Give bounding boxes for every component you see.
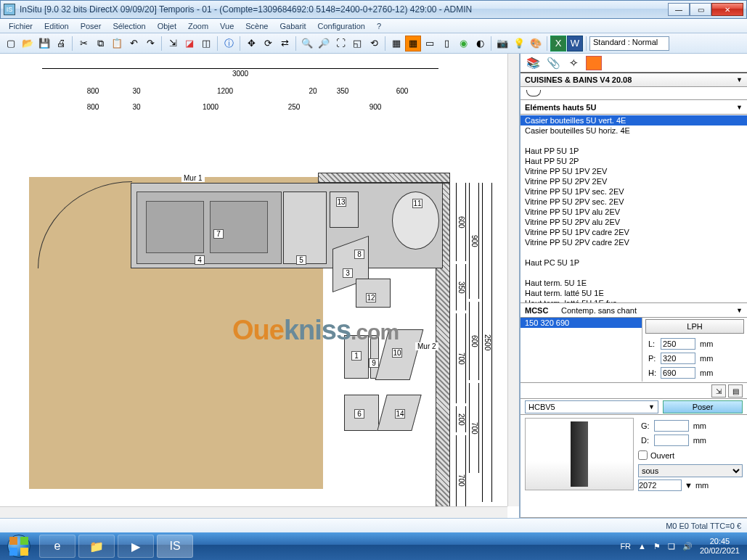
undo-icon[interactable]: ↶ bbox=[126, 36, 142, 52]
style-row[interactable]: MCSC Contemp. sans chant▼ bbox=[521, 303, 747, 318]
open-checkbox[interactable] bbox=[638, 450, 648, 460]
menu-scene[interactable]: Scène bbox=[240, 20, 274, 32]
open-icon[interactable]: 📂 bbox=[20, 36, 36, 52]
tray-network-icon[interactable]: ❏ bbox=[668, 542, 675, 551]
menu-selection[interactable]: Sélection bbox=[107, 20, 151, 32]
tray-sound-icon[interactable]: 🔊 bbox=[682, 542, 693, 551]
zoom-in-icon[interactable]: 🔍 bbox=[299, 36, 315, 52]
list-item[interactable]: Casier bouteilles 5U vert. 4E bbox=[521, 115, 747, 125]
start-button[interactable] bbox=[0, 532, 38, 560]
tab-current-icon[interactable] bbox=[586, 56, 602, 70]
list-item[interactable]: Vitrine PP 5U 1PV cadre 2EV bbox=[521, 227, 747, 237]
list-item[interactable]: Casier bouteilles 5U horiz. 4E bbox=[521, 125, 747, 136]
open-checkbox-row[interactable]: Ouvert bbox=[638, 450, 743, 460]
export-word-icon[interactable]: W bbox=[567, 36, 583, 52]
new-icon[interactable]: ▢ bbox=[3, 36, 19, 52]
task-insitu-icon[interactable]: IS bbox=[157, 535, 193, 558]
print-icon[interactable]: 🖨 bbox=[53, 36, 69, 52]
tab-clip-icon[interactable]: 📎 bbox=[545, 56, 561, 70]
tab-catalog-icon[interactable]: 📚 bbox=[525, 56, 541, 70]
placement-select[interactable]: sous bbox=[638, 464, 743, 477]
zoom-fit-icon[interactable]: ⛶ bbox=[332, 36, 348, 52]
mini-icon-b[interactable]: ▤ bbox=[728, 384, 743, 398]
poser-button[interactable]: Poser bbox=[663, 400, 743, 413]
catalog-header[interactable]: CUISINES & BAINS V4 20.08▼ bbox=[521, 73, 747, 87]
menu-gabarit[interactable]: Gabarit bbox=[274, 20, 311, 32]
list-item[interactable]: Haut term. 5U 1E bbox=[521, 278, 747, 288]
menu-zoom[interactable]: Zoom bbox=[182, 20, 214, 32]
tool-b-icon[interactable]: ◪ bbox=[181, 36, 197, 52]
tray-lang[interactable]: FR bbox=[620, 542, 631, 551]
menu-fichier[interactable]: Fichier bbox=[3, 20, 38, 32]
list-item[interactable]: Vitrine PP 5U 2PV sec. 2EV bbox=[521, 197, 747, 207]
view-front-icon[interactable]: ▭ bbox=[422, 36, 438, 52]
style-combo[interactable]: Standard : Normal bbox=[589, 36, 669, 51]
g-input[interactable] bbox=[654, 420, 689, 432]
offset-input[interactable] bbox=[638, 479, 682, 491]
canvas-scroll-horizontal[interactable] bbox=[0, 506, 507, 518]
rotate-icon[interactable]: ⟳ bbox=[260, 36, 276, 52]
view-2d-icon[interactable]: ▦ bbox=[388, 36, 404, 52]
zoom-prev-icon[interactable]: ⟲ bbox=[366, 36, 382, 52]
group-combo[interactable]: Eléments hauts 5U▼ bbox=[521, 100, 747, 115]
list-item[interactable]: Haut term. latté 5U 1E bbox=[521, 288, 747, 298]
task-media-icon[interactable]: ▶ bbox=[118, 535, 154, 558]
info-icon[interactable]: ⓘ bbox=[221, 36, 237, 52]
view-side-icon[interactable]: ▯ bbox=[438, 36, 454, 52]
light-icon[interactable]: ◐ bbox=[472, 36, 488, 52]
bulb-icon[interactable]: 💡 bbox=[511, 36, 527, 52]
list-item[interactable]: Vitrine PP 5U 2PV alu 2EV bbox=[521, 217, 747, 227]
tool-a-icon[interactable]: ⇲ bbox=[165, 36, 181, 52]
list-item[interactable]: Vitrine PP 5U 1PV sec. 2EV bbox=[521, 186, 747, 197]
lph-button[interactable]: LPH bbox=[645, 319, 744, 334]
mini-icon-a[interactable]: ⇲ bbox=[711, 384, 726, 398]
menu-configuration[interactable]: Configuration bbox=[312, 20, 371, 32]
task-explorer-icon[interactable]: 📁 bbox=[78, 535, 115, 558]
window-minimize-button[interactable]: — bbox=[668, 3, 690, 16]
move-icon[interactable]: ✥ bbox=[243, 36, 259, 52]
depth-input[interactable] bbox=[661, 353, 695, 364]
tab-star-icon[interactable]: ✧ bbox=[566, 56, 581, 70]
d-input[interactable] bbox=[654, 435, 689, 446]
copy-icon[interactable]: ⧉ bbox=[92, 36, 108, 52]
camera-icon[interactable]: 📷 bbox=[494, 36, 510, 52]
list-item[interactable]: Haut PP 5U 1P bbox=[521, 146, 747, 156]
list-item[interactable]: Vitrine PP 5U 2PV cadre 2EV bbox=[521, 237, 747, 247]
menu-poser[interactable]: Poser bbox=[75, 20, 107, 32]
list-item[interactable]: Haut PC 5U 1P bbox=[521, 258, 747, 268]
length-input[interactable] bbox=[661, 338, 695, 350]
export-excel-icon[interactable]: X bbox=[550, 36, 566, 52]
list-item[interactable]: Vitrine PP 5U 1PV alu 2EV bbox=[521, 207, 747, 217]
palette-icon[interactable]: 🎨 bbox=[528, 36, 544, 52]
dimension-list[interactable]: 150 320 690 bbox=[521, 318, 642, 382]
tray-flag-icon[interactable]: ▲ bbox=[638, 542, 646, 551]
menu-help[interactable]: ? bbox=[371, 20, 387, 32]
save-icon[interactable]: 💾 bbox=[36, 36, 52, 52]
cut-icon[interactable]: ✂ bbox=[75, 36, 91, 52]
zoom-sel-icon[interactable]: ◱ bbox=[349, 36, 365, 52]
drawing-canvas[interactable]: 3000 800 30 1200 20 350 600 800 30 1000 … bbox=[0, 54, 520, 518]
window-maximize-button[interactable]: ▭ bbox=[690, 3, 711, 16]
menu-vue[interactable]: Vue bbox=[214, 20, 240, 32]
task-ie-icon[interactable]: e bbox=[39, 535, 75, 558]
render-icon[interactable]: ◉ bbox=[455, 36, 471, 52]
height-input[interactable] bbox=[661, 367, 695, 379]
ref-combo[interactable]: HCBV5▼ bbox=[525, 400, 658, 413]
zoom-out-icon[interactable]: 🔎 bbox=[316, 36, 332, 52]
redo-icon[interactable]: ↷ bbox=[142, 36, 158, 52]
list-item[interactable]: Vitrine PP 5U 2PV 2EV bbox=[521, 176, 747, 186]
tool-c-icon[interactable]: ◫ bbox=[198, 36, 214, 52]
list-item[interactable]: Haut term. latté 5U 1E fus. bbox=[521, 298, 747, 303]
window-close-button[interactable]: ✕ bbox=[711, 3, 743, 16]
mirror-icon[interactable]: ⇄ bbox=[277, 36, 293, 52]
paste-icon[interactable]: 📋 bbox=[109, 36, 125, 52]
list-item[interactable]: Vitrine PP 5U 1PV 2EV bbox=[521, 166, 747, 176]
menu-edition[interactable]: Edition bbox=[38, 20, 75, 32]
view-3d-icon[interactable]: ▦ bbox=[405, 36, 421, 52]
tray-clock[interactable]: 20:4520/02/2021 bbox=[700, 537, 740, 556]
list-item[interactable]: Haut PP 5U 2P bbox=[521, 156, 747, 166]
canvas-scroll-vertical[interactable] bbox=[507, 54, 519, 506]
dim-row[interactable]: 150 320 690 bbox=[521, 318, 642, 328]
menu-objet[interactable]: Objet bbox=[152, 20, 182, 32]
element-list[interactable]: Casier bouteilles 5U vert. 4ECasier bout… bbox=[521, 115, 747, 303]
